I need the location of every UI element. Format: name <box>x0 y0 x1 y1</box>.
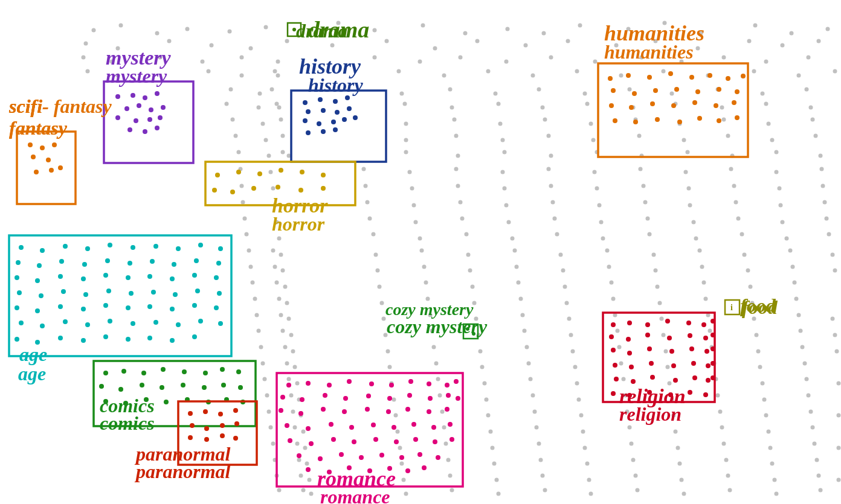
visualization-canvas <box>0 0 841 504</box>
